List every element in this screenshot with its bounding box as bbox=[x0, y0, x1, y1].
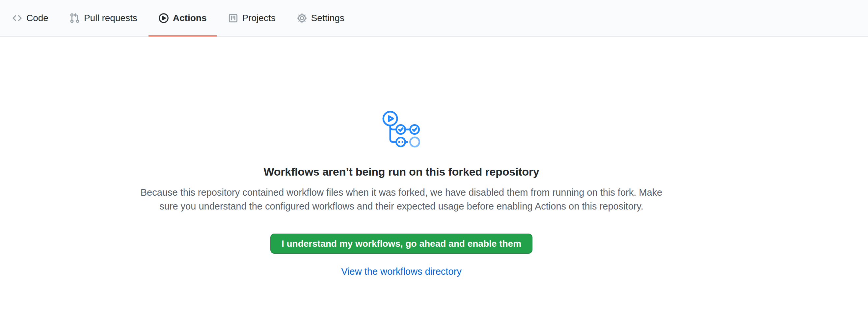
tab-label: Projects bbox=[242, 13, 276, 23]
tab-label: Code bbox=[26, 13, 49, 23]
actions-blankslate: Workflows aren’t being run on this forke… bbox=[0, 37, 803, 277]
blankslate-description: Because this repository contained workfl… bbox=[131, 185, 672, 213]
project-board-icon bbox=[228, 13, 239, 23]
tab-projects[interactable]: Projects bbox=[223, 0, 281, 36]
enable-workflows-button[interactable]: I understand my workflows, go ahead and … bbox=[270, 234, 532, 254]
tab-label: Pull requests bbox=[84, 13, 137, 23]
play-circle-icon bbox=[158, 13, 169, 23]
code-icon bbox=[12, 13, 22, 23]
repo-tab-nav: Code Pull requests Actions bbox=[0, 0, 868, 37]
tab-label: Actions bbox=[173, 13, 207, 23]
tab-label: Settings bbox=[311, 13, 344, 23]
git-pull-request-icon bbox=[69, 13, 80, 23]
tab-actions[interactable]: Actions bbox=[153, 0, 212, 36]
tab-code[interactable]: Code bbox=[7, 0, 54, 36]
page-title: Workflows aren’t being run on this forke… bbox=[264, 165, 539, 178]
gear-icon bbox=[297, 13, 307, 23]
tab-settings[interactable]: Settings bbox=[291, 0, 350, 36]
view-workflows-directory-link[interactable]: View the workflows directory bbox=[341, 266, 461, 277]
tab-pull-requests[interactable]: Pull requests bbox=[64, 0, 143, 36]
workflow-graph-icon bbox=[382, 111, 421, 148]
